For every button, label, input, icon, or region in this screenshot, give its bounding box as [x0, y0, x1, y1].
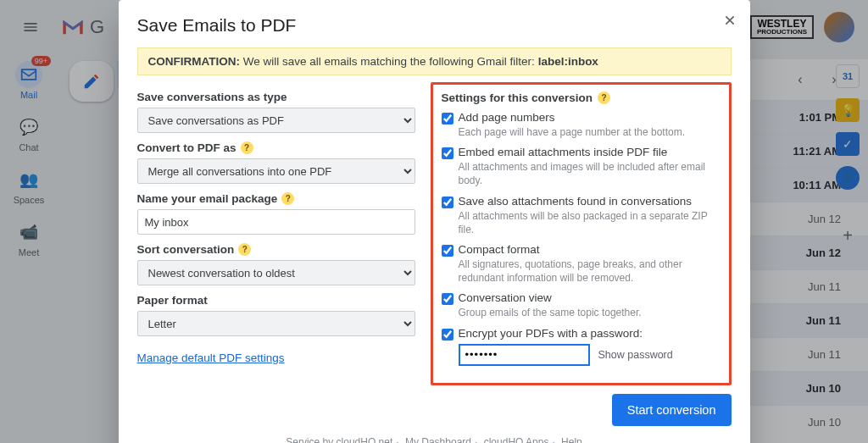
save-attachments-checkbox[interactable]	[442, 197, 453, 208]
help-icon[interactable]: ?	[281, 192, 294, 205]
conversation-view-checkbox[interactable]	[442, 293, 453, 305]
embed-attachments-option[interactable]: Embed email attachments inside PDF file	[442, 146, 721, 159]
save-emails-to-pdf-dialog: Save Emails to PDF CONFIRMATION: We will…	[119, 0, 750, 443]
help-icon[interactable]: ?	[241, 141, 253, 154]
help-icon[interactable]: ?	[238, 243, 251, 256]
compact-format-option[interactable]: Compact format	[442, 243, 721, 257]
package-name-label: Name your email package?	[137, 192, 415, 205]
embed-attachments-checkbox[interactable]	[442, 147, 453, 159]
embed-attachments-desc: All attachments and images will be inclu…	[442, 160, 721, 187]
show-password-link[interactable]: Show password	[598, 349, 673, 361]
my-dashboard-link[interactable]: My Dashboard	[405, 436, 471, 444]
encrypt-pdf-option[interactable]: Encrypt your PDFs with a password:	[442, 327, 721, 341]
paper-format-select[interactable]: Letter	[137, 311, 415, 336]
encrypt-pdf-checkbox[interactable]	[442, 329, 453, 341]
save-attachments-option[interactable]: Save also attachments found in conversat…	[442, 195, 721, 208]
pdf-password-input[interactable]	[459, 344, 590, 366]
conversation-view-desc: Group emails of the same topic together.	[442, 306, 721, 319]
add-page-numbers-desc: Each page will have a page number at the…	[442, 125, 721, 139]
help-icon[interactable]: ?	[598, 91, 610, 104]
convert-as-label: Convert to PDF as?	[137, 141, 415, 154]
left-settings-column: Save conversations as type Save conversa…	[137, 87, 415, 385]
dialog-title: Save Emails to PDF	[137, 15, 732, 36]
cloudhq-apps-link[interactable]: cloudHQ Apps	[484, 436, 549, 444]
add-page-numbers-checkbox[interactable]	[442, 113, 453, 125]
manage-default-settings-link[interactable]: Manage default PDF settings	[137, 352, 285, 364]
dialog-footer: Service by cloudHQ.net· My Dashboard· cl…	[137, 426, 732, 444]
start-conversion-button[interactable]: Start conversion	[612, 394, 732, 426]
confirmation-banner: CONFIRMATION: We will save all emails ma…	[137, 47, 732, 75]
convert-as-select[interactable]: Merge all conversations into one PDF	[137, 158, 415, 184]
sort-label: Sort conversation?	[137, 243, 415, 256]
save-type-select[interactable]: Save conversations as PDF	[137, 108, 415, 133]
package-name-input[interactable]	[137, 209, 415, 235]
conversion-settings-box: Settings for this conversion? Add page n…	[431, 82, 732, 385]
close-button[interactable]	[723, 12, 737, 31]
sort-select[interactable]: Newest conversation to oldest	[137, 260, 415, 285]
conversation-view-option[interactable]: Conversation view	[442, 291, 721, 305]
add-page-numbers-option[interactable]: Add page numbers	[442, 111, 721, 125]
paper-format-label: Paper format	[137, 294, 415, 307]
help-link[interactable]: Help	[561, 436, 582, 444]
modal-backdrop: Save Emails to PDF CONFIRMATION: We will…	[0, 0, 868, 443]
close-icon	[723, 14, 737, 27]
compact-format-desc: All signatures, quotations, page breaks,…	[442, 257, 721, 285]
conversion-settings-title: Settings for this conversion?	[442, 91, 721, 104]
save-attachments-desc: All attachments will be also packaged in…	[442, 209, 721, 236]
compact-format-checkbox[interactable]	[442, 245, 453, 257]
save-type-label: Save conversations as type	[137, 91, 415, 103]
